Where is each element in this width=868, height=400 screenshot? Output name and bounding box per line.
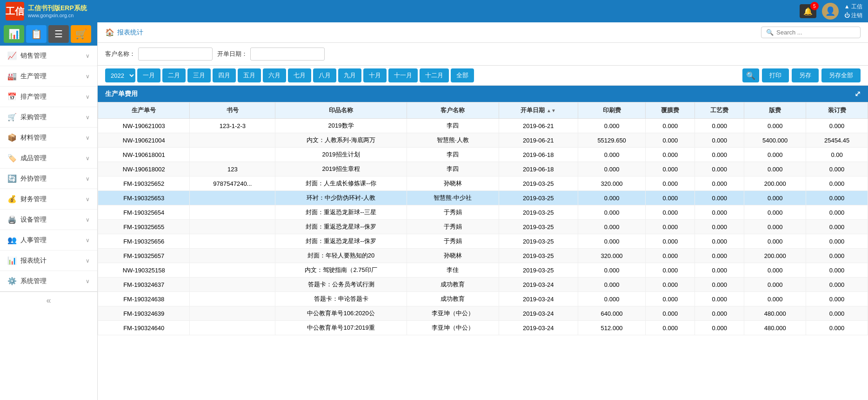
month-btn-11[interactable]: 十一月 bbox=[388, 68, 418, 82]
year-select[interactable]: 2022 2021 2020 bbox=[105, 68, 135, 82]
table-cell: NW-190618001 bbox=[98, 148, 190, 162]
table-cell: 封面：年轻人要熟知的20 bbox=[275, 249, 407, 263]
sidebar-item-label-sales: 销售管理 bbox=[20, 52, 86, 60]
month-btn-5[interactable]: 五月 bbox=[238, 68, 261, 82]
month-btn-7[interactable]: 七月 bbox=[288, 68, 311, 82]
table-cell: 2019-03-25 bbox=[499, 205, 578, 220]
sidebar-item-finished[interactable]: 🏷️ 成品管理 ∨ bbox=[0, 148, 97, 169]
search-input[interactable] bbox=[776, 29, 855, 36]
table-cell: 2019招生章程 bbox=[275, 162, 407, 176]
save-button[interactable]: 另存 bbox=[792, 68, 819, 82]
table-cell: 0.000 bbox=[578, 191, 646, 205]
table-cell: 于秀娟 bbox=[407, 220, 499, 234]
month-btn-4[interactable]: 四月 bbox=[213, 68, 236, 82]
sales-icon: 📈 bbox=[7, 51, 17, 60]
month-btn-all[interactable]: 全部 bbox=[451, 68, 474, 82]
table-cell: 0.000 bbox=[578, 278, 646, 292]
sidebar-collapse-btn[interactable]: « bbox=[0, 292, 97, 309]
nav-cart-btn[interactable]: 🛒 bbox=[71, 25, 91, 43]
table-row[interactable]: FM-190325655封面：重返恐龙星球--侏罗于秀娟2019-03-250.… bbox=[98, 220, 868, 234]
table-row[interactable]: FM-1903256529787547240...封面：人生成长修炼课--你孙晓… bbox=[98, 176, 868, 191]
sidebar-item-scheduling[interactable]: 📅 排产管理 ∨ bbox=[0, 87, 97, 107]
table-cell: 0.000 bbox=[806, 278, 868, 292]
system-icon: ⚙️ bbox=[7, 277, 17, 285]
month-btn-9[interactable]: 九月 bbox=[338, 68, 361, 82]
table-row[interactable]: NW-190621004内文：人教系列-海底两万智慧熊·人教2019-06-21… bbox=[98, 133, 868, 148]
table-row[interactable]: FM-190324640中公教育单号107:2019重李亚坤（中公）2019-0… bbox=[98, 321, 868, 335]
date-input[interactable] bbox=[250, 47, 325, 61]
breadcrumb: 🏠 报表统计 bbox=[105, 28, 143, 37]
sidebar-item-outsource[interactable]: 🔄 外协管理 ∨ bbox=[0, 169, 97, 189]
table-cell bbox=[190, 191, 275, 205]
table-cell: 0.000 bbox=[806, 176, 868, 191]
user-login-label[interactable]: ▲ 工信 bbox=[844, 3, 862, 11]
month-btn-6[interactable]: 六月 bbox=[263, 68, 286, 82]
sidebar-item-materials[interactable]: 📦 材料管理 ∨ bbox=[0, 128, 97, 148]
table-cell: 0.000 bbox=[806, 220, 868, 234]
table-cell: 智慧熊·人教 bbox=[407, 133, 499, 148]
sidebar-item-system[interactable]: ⚙️ 系统管理 ∨ bbox=[0, 271, 97, 292]
table-cell: 0.000 bbox=[806, 205, 868, 220]
table-cell: 0.000 bbox=[646, 176, 695, 191]
chevron-icon-production: ∨ bbox=[86, 73, 90, 80]
production-icon: 🏭 bbox=[7, 72, 17, 81]
customer-label: 客户名称： bbox=[105, 50, 135, 58]
table-cell: 孙晓林 bbox=[407, 176, 499, 191]
sidebar-item-reports[interactable]: 📊 报表统计 ∨ bbox=[0, 251, 97, 271]
sidebar-item-equipment[interactable]: 🖨️ 设备管理 ∨ bbox=[0, 210, 97, 230]
table-cell: 320.000 bbox=[578, 176, 646, 191]
month-btn-8[interactable]: 八月 bbox=[313, 68, 336, 82]
nav-chart-btn[interactable]: 📊 bbox=[4, 25, 24, 43]
sidebar-item-production[interactable]: 🏭 生产管理 ∨ bbox=[0, 66, 97, 87]
search-button[interactable]: 🔍 bbox=[742, 68, 759, 82]
nav-list-btn[interactable]: ☰ bbox=[48, 25, 69, 43]
sort-icon-date[interactable]: ▲▼ bbox=[547, 108, 556, 113]
user-actions: ▲ 工信 ⏻ 注销 bbox=[844, 3, 862, 20]
month-btn-1[interactable]: 一月 bbox=[137, 68, 160, 82]
sidebar-item-purchase[interactable]: 🛒 采购管理 ∨ bbox=[0, 107, 97, 128]
table-row[interactable]: NW-1906180021232019招生章程李四2019-06-180.000… bbox=[98, 162, 868, 176]
top-header: 工信 工信书刊版ERP系统 www.gongxin.org.cn 🔔 5 👤 ▲… bbox=[0, 0, 868, 22]
month-btn-2[interactable]: 二月 bbox=[162, 68, 186, 82]
user-logout-btn[interactable]: ⏻ 注销 bbox=[844, 12, 862, 20]
table-row[interactable]: FM-190325657封面：年轻人要熟知的20孙晓林2019-03-25320… bbox=[98, 249, 868, 263]
sidebar-item-hr[interactable]: 👥 人事管理 ∨ bbox=[0, 230, 97, 251]
table-row[interactable]: NW-190621003123-1-2-32019数学李四2019-06-210… bbox=[98, 119, 868, 133]
save-all-button[interactable]: 另存全部 bbox=[821, 68, 861, 82]
notification-count: 5 bbox=[810, 2, 819, 10]
table-row[interactable]: FM-190324639中公教育单号106:2020公李亚坤（中公）2019-0… bbox=[98, 306, 868, 321]
scheduling-icon: 📅 bbox=[7, 92, 17, 101]
table-row[interactable]: FM-190325654封面：重返恐龙新球--三星于秀娟2019-03-250.… bbox=[98, 205, 868, 220]
table-cell bbox=[190, 263, 275, 278]
table-row[interactable]: NW-190325158内文：驾驶指南（2.75印厂李佳2019-03-250.… bbox=[98, 263, 868, 278]
table-cell: 123 bbox=[190, 162, 275, 176]
table-cell: 320.000 bbox=[578, 249, 646, 263]
table-cell: 0.000 bbox=[646, 292, 695, 306]
table-cell: 512.000 bbox=[578, 321, 646, 335]
table-row[interactable]: FM-190325656封面：重返恐龙星球--侏罗于秀娟2019-03-250.… bbox=[98, 234, 868, 249]
table-row[interactable]: NW-1906180012019招生计划李四2019-06-180.0000.0… bbox=[98, 148, 868, 162]
customer-input[interactable] bbox=[138, 47, 213, 61]
header-right: 🔔 5 👤 ▲ 工信 ⏻ 注销 bbox=[800, 3, 862, 20]
action-buttons: 🔍 打印 另存 另存全部 bbox=[742, 68, 861, 82]
table-row[interactable]: FM-190325653环衬：中少防伪环衬-人教智慧熊·中少社2019-03-2… bbox=[98, 191, 868, 205]
table-row[interactable]: FM-190324638答题卡：申论答题卡成功教育2019-03-240.000… bbox=[98, 292, 868, 306]
section-title: 生产单费用 bbox=[105, 90, 138, 98]
table-cell: 0.000 bbox=[744, 162, 806, 176]
date-label: 开单日期： bbox=[217, 50, 247, 58]
chevron-icon-finance: ∨ bbox=[86, 196, 90, 203]
nav-doc-btn[interactable]: 📋 bbox=[26, 25, 47, 43]
sidebar-item-finance[interactable]: 💰 财务管理 ∨ bbox=[0, 189, 97, 210]
expand-icon[interactable]: ⤢ bbox=[855, 89, 861, 98]
table-cell: 0.000 bbox=[695, 176, 744, 191]
month-btn-12[interactable]: 十二月 bbox=[420, 68, 449, 82]
sidebar-item-sales[interactable]: 📈 销售管理 ∨ bbox=[0, 46, 97, 66]
notification-bell[interactable]: 🔔 5 bbox=[800, 4, 816, 18]
table-cell: 2019-03-24 bbox=[499, 306, 578, 321]
month-btn-3[interactable]: 三月 bbox=[187, 68, 211, 82]
table-row[interactable]: FM-190324637答题卡：公务员考试行测成功教育2019-03-240.0… bbox=[98, 278, 868, 292]
sidebar-item-label-materials: 材料管理 bbox=[20, 134, 86, 142]
print-button[interactable]: 打印 bbox=[762, 68, 789, 82]
month-btn-10[interactable]: 十月 bbox=[363, 68, 387, 82]
table-cell: 2019-03-25 bbox=[499, 263, 578, 278]
